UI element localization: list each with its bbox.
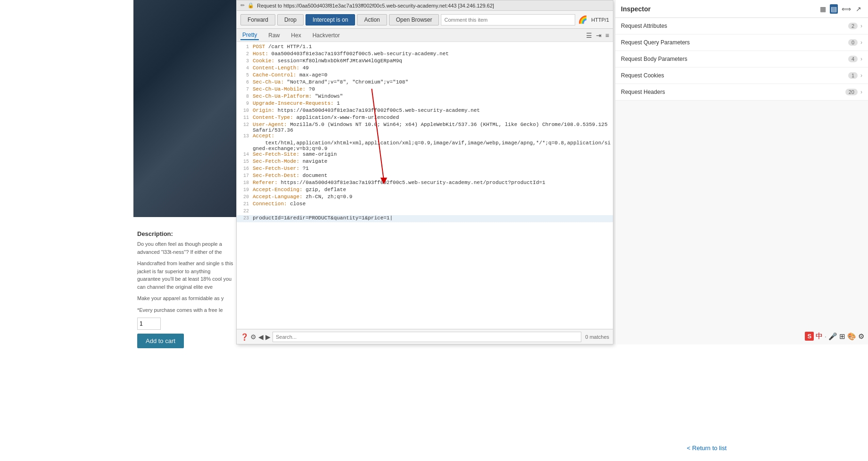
inspector-list-view-button[interactable]: ▤	[830, 4, 838, 14]
view-icons: ☰ ⇥ ≡	[586, 32, 609, 39]
code-line-20: 20 Accept-Language: zh-CN, zh;q=0.9	[237, 194, 613, 201]
code-line-16: 16 Sec-Fetch-User: ?1	[237, 166, 613, 173]
inspector-icons: ▦ ▤ ⟺ ↗	[819, 4, 862, 14]
panel-title-bar: ✏ 🔒 Request to https://0aa500d403f81e3ac…	[237, 0, 613, 11]
section-label-query-params: Request Query Parameters	[621, 39, 848, 46]
chinese-icon[interactable]: 中	[816, 332, 823, 341]
tab-pretty[interactable]: Pretty	[240, 31, 259, 40]
bottom-toolbar-icons: S 中 · 🎤 ⊞ 🎨 ⚙	[805, 332, 864, 341]
drop-button[interactable]: Drop	[277, 14, 304, 25]
section-label-body-params: Request Body Parameters	[621, 56, 848, 62]
description-para-4: *Every purchase comes with a free le	[137, 306, 233, 314]
inspector-panel: Inspector ▦ ▤ ⟺ ↗ Request Attributes 2 ›…	[615, 0, 868, 344]
tools-icon[interactable]: ⚙	[858, 332, 864, 341]
tab-raw[interactable]: Raw	[266, 31, 281, 40]
intercept-panel: ✏ 🔒 Request to https://0aa500d403f81e3ac…	[236, 0, 613, 344]
wrap-icon[interactable]: ≡	[605, 32, 609, 39]
code-line-19: 19 Accept-Encoding: gzip, deflate	[237, 187, 613, 194]
rainbow-icon: 🌈	[578, 15, 587, 24]
description-para-2: Handcrafted from leather and single s th…	[137, 260, 233, 291]
code-line-1: 1 POST /cart HTTP/1.1	[237, 44, 613, 51]
sogou-s-icon[interactable]: S	[805, 332, 814, 341]
add-to-cart-button[interactable]: Add to cart	[137, 334, 184, 348]
forward-button[interactable]: Forward	[240, 14, 275, 25]
mic-icon[interactable]: 🎤	[828, 332, 837, 341]
inspector-expand-button[interactable]: ⟺	[841, 4, 852, 14]
inspector-section-cookies[interactable]: Request Cookies 1 ›	[615, 67, 868, 84]
inspector-title: Inspector	[621, 5, 651, 13]
section-count-query-params: 0	[848, 39, 858, 46]
settings-button[interactable]: ⚙	[250, 333, 256, 341]
table-icon[interactable]: ⊞	[839, 332, 845, 341]
list-view-icon[interactable]: ☰	[586, 32, 592, 39]
description-area: Description: Do you often feel as though…	[133, 226, 237, 352]
description-para-3: Make your apparel as formidable as y	[137, 294, 233, 302]
help-button[interactable]: ❓	[240, 333, 248, 341]
code-line-23: 23 productId=1&redir=PRODUCT&quantity=1&…	[237, 215, 613, 222]
return-to-list-link[interactable]: < Return to list	[687, 444, 727, 452]
indent-icon[interactable]: ⇥	[596, 32, 602, 39]
code-line-13b: text/html,application/xhtml+xml,applicat…	[237, 140, 613, 151]
search-bar: ❓ ⚙ ◀ ▶ 0 matches	[237, 329, 613, 344]
inspector-header: Inspector ▦ ▤ ⟺ ↗	[615, 0, 868, 18]
section-count-headers: 20	[845, 89, 858, 95]
section-arrow-query-params: ›	[860, 39, 862, 46]
code-line-6: 6 Sec-Ch-Ua: "Not?A_Brand";v="8", "Chrom…	[237, 79, 613, 86]
code-line-14: 14 Sec-Fetch-Site: same-origin	[237, 151, 613, 159]
pencil-icon: ✏	[240, 2, 245, 8]
section-arrow-headers: ›	[860, 89, 862, 95]
code-line-2: 2 Host: 0aa500d403f81e3ac7a193ff002f00c5…	[237, 51, 613, 58]
request-code-area[interactable]: 1 POST /cart HTTP/1.1 2 Host: 0aa500d403…	[237, 42, 613, 329]
quantity-input[interactable]	[137, 318, 161, 330]
code-line-12: 12 User-Agent: Mozilla/5.0 (Windows NT 1…	[237, 122, 613, 133]
description-title: Description:	[137, 230, 233, 237]
panel-title: Request to https://0aa500d403f81e3ac7a19…	[257, 3, 494, 8]
section-count-body-params: 4	[848, 56, 858, 62]
tab-hex[interactable]: Hex	[289, 31, 303, 40]
inspector-section-body-params[interactable]: Request Body Parameters 4 ›	[615, 51, 868, 67]
code-line-15: 15 Sec-Fetch-Mode: navigate	[237, 159, 613, 166]
code-line-8: 8 Sec-Ch-Ua-Platform: "Windows"	[237, 93, 613, 101]
skin-icon[interactable]: 🎨	[847, 332, 856, 341]
match-count: 0 matches	[585, 334, 609, 340]
inspector-section-request-attributes[interactable]: Request Attributes 2 ›	[615, 18, 868, 34]
code-line-13a: 13 Accept:	[237, 133, 613, 140]
intercept-toolbar: Forward Drop Intercept is on Action Open…	[237, 11, 613, 29]
section-arrow-cookies: ›	[860, 72, 862, 79]
intercept-button[interactable]: Intercept is on	[306, 14, 355, 25]
action-button[interactable]: Action	[357, 14, 387, 25]
prev-match-button[interactable]: ◀	[258, 333, 264, 341]
format-tabs-bar: Pretty Raw Hex Hackvertor ☰ ⇥ ≡	[237, 29, 613, 42]
code-line-18: 18 Referer: https://0aa500d403f81e3ac7a1…	[237, 180, 613, 187]
tab-hackvertor[interactable]: Hackvertor	[311, 31, 342, 40]
inspector-section-headers[interactable]: Request Headers 20 ›	[615, 84, 868, 101]
next-match-button[interactable]: ▶	[265, 333, 271, 341]
code-line-4: 4 Content-Length: 49	[237, 65, 613, 72]
code-line-17: 17 Sec-Fetch-Dest: document	[237, 173, 613, 180]
inspector-grid-view-button[interactable]: ▦	[819, 4, 827, 14]
code-line-10: 10 Origin: https://0aa500d403f81e3ac7a19…	[237, 108, 613, 115]
code-line-11: 11 Content-Type: application/x-www-form-…	[237, 115, 613, 122]
code-line-21: 21 Connection: close	[237, 201, 613, 208]
code-line-22: 22	[237, 208, 613, 215]
inspector-section-query-params[interactable]: Request Query Parameters 0 ›	[615, 34, 868, 51]
section-label-cookies: Request Cookies	[621, 72, 848, 79]
section-count-request-attributes: 2	[848, 23, 858, 29]
keyboard-icon[interactable]: ·	[825, 333, 827, 340]
open-browser-button[interactable]: Open Browser	[389, 14, 439, 25]
search-input[interactable]	[273, 332, 581, 342]
section-label-request-attributes: Request Attributes	[621, 23, 848, 29]
description-para-1: Do you often feel as though people a adv…	[137, 240, 233, 256]
section-count-cookies: 1	[848, 72, 858, 79]
code-line-7: 7 Sec-Ch-Ua-Mobile: ?0	[237, 86, 613, 93]
code-line-5: 5 Cache-Control: max-age=0	[237, 72, 613, 79]
section-label-headers: Request Headers	[621, 89, 845, 95]
product-image	[133, 0, 237, 217]
http-version-badge: HTTP/1	[591, 17, 609, 23]
section-arrow-request-attributes: ›	[860, 23, 862, 29]
inspector-popout-button[interactable]: ↗	[855, 4, 862, 14]
comment-input[interactable]	[441, 14, 575, 25]
lock-icon: 🔒	[248, 2, 254, 8]
code-line-3: 3 Cookie: session=Kf8OlnWbxbDk6MfJMtaVW4…	[237, 58, 613, 65]
code-line-9: 9 Upgrade-Insecure-Requests: 1	[237, 101, 613, 108]
